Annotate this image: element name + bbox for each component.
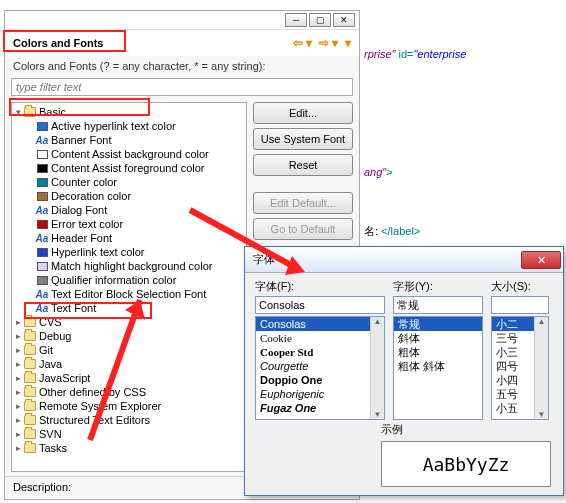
- hint-label: Colors and Fonts (? = any character, * =…: [5, 56, 359, 76]
- tree-node[interactable]: ▸Structured Text Editors: [12, 413, 246, 427]
- size-input[interactable]: [491, 296, 549, 314]
- size-list[interactable]: 小二三号小三四号小四五号小五: [491, 316, 549, 420]
- list-item[interactable]: 粗体: [394, 345, 482, 359]
- tree-node[interactable]: ▸CVS: [12, 315, 246, 329]
- tree-node[interactable]: Error text color: [12, 217, 246, 231]
- tree[interactable]: ▾BasicActive hyperlink text colorAaBanne…: [11, 102, 247, 472]
- tree-node[interactable]: Counter color: [12, 175, 246, 189]
- tree-node[interactable]: Content Assist foreground color: [12, 161, 246, 175]
- tree-node[interactable]: ▸SVN: [12, 427, 246, 441]
- tree-node[interactable]: Qualifier information color: [12, 273, 246, 287]
- list-item[interactable]: Doppio One: [256, 373, 384, 387]
- font-input[interactable]: [255, 296, 385, 314]
- sample-box: AaBbYyZz: [381, 441, 551, 487]
- tree-node[interactable]: ▾Basic: [12, 105, 246, 119]
- nav-arrows[interactable]: ⇦ ▾ ⇨ ▾ ▾: [293, 36, 351, 50]
- tree-node[interactable]: AaHeader Font: [12, 231, 246, 245]
- font-label: 字体(F):: [255, 279, 385, 294]
- tree-node[interactable]: Content Assist background color: [12, 147, 246, 161]
- filter-input[interactable]: [11, 78, 353, 96]
- style-input[interactable]: [393, 296, 483, 314]
- style-list[interactable]: 常规斜体粗体粗体 斜体: [393, 316, 483, 420]
- tree-node[interactable]: Decoration color: [12, 189, 246, 203]
- tree-node[interactable]: Active hyperlink text color: [12, 119, 246, 133]
- reset-button[interactable]: Reset: [253, 154, 353, 176]
- edit-button[interactable]: Edit...: [253, 102, 353, 124]
- font-dialog-title: 字体: [253, 252, 275, 267]
- sample-label: 示例: [381, 422, 551, 437]
- window-titlebar: ─ ▢ ✕: [5, 11, 359, 30]
- font-list[interactable]: ConsolasCookieCooper StdCourgetteDoppio …: [255, 316, 385, 420]
- tree-node[interactable]: Match highlight background color: [12, 259, 246, 273]
- font-dialog: 字体 ✕ 字体(F): ConsolasCookieCooper StdCour…: [244, 246, 564, 496]
- tree-node[interactable]: AaDialog Font: [12, 203, 246, 217]
- tree-node[interactable]: AaText Editor Block Selection Font: [12, 287, 246, 301]
- tree-node[interactable]: AaText Font: [12, 301, 246, 315]
- use-system-font-button[interactable]: Use System Font: [253, 128, 353, 150]
- list-item[interactable]: 斜体: [394, 331, 482, 345]
- tree-node[interactable]: AaBanner Font: [12, 133, 246, 147]
- maximize-button[interactable]: ▢: [309, 13, 331, 27]
- section-title: Colors and Fonts: [13, 37, 103, 49]
- list-item[interactable]: 粗体 斜体: [394, 359, 482, 373]
- scrollbar[interactable]: [534, 317, 548, 419]
- tree-node[interactable]: ▸Java: [12, 357, 246, 371]
- minimize-button[interactable]: ─: [285, 13, 307, 27]
- close-button[interactable]: ✕: [333, 13, 355, 27]
- size-label: 大小(S):: [491, 279, 549, 294]
- font-dialog-close[interactable]: ✕: [521, 251, 561, 269]
- list-item[interactable]: Euphorigenic: [256, 387, 384, 401]
- list-item[interactable]: Cookie: [256, 331, 384, 345]
- go-to-default-button: Go to Default: [253, 218, 353, 240]
- tree-node[interactable]: ▸Git: [12, 343, 246, 357]
- list-item[interactable]: 常规: [394, 317, 482, 331]
- tree-node[interactable]: ▸Remote System Explorer: [12, 399, 246, 413]
- tree-node[interactable]: Hyperlink text color: [12, 245, 246, 259]
- list-item[interactable]: Fugaz One: [256, 401, 384, 415]
- edit-default-button: Edit Default...: [253, 192, 353, 214]
- tree-node[interactable]: ▸Debug: [12, 329, 246, 343]
- list-item[interactable]: Consolas: [256, 317, 384, 331]
- tree-node[interactable]: ▸Other defined by CSS: [12, 385, 246, 399]
- list-item[interactable]: Courgette: [256, 359, 384, 373]
- scrollbar[interactable]: [370, 317, 384, 419]
- list-item[interactable]: Cooper Std: [256, 345, 384, 359]
- style-label: 字形(Y):: [393, 279, 483, 294]
- tree-node[interactable]: ▸Tasks: [12, 441, 246, 455]
- tree-node[interactable]: ▸JavaScript: [12, 371, 246, 385]
